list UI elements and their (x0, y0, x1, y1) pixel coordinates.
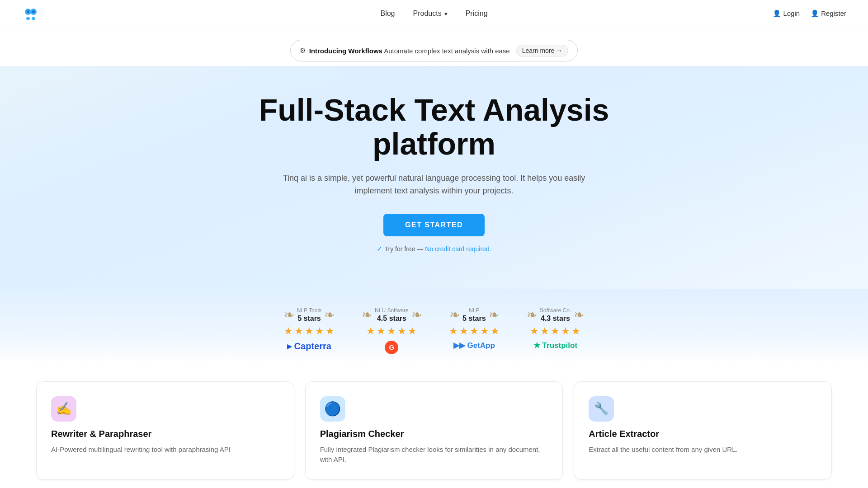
person-icon: 👤 (773, 9, 781, 18)
nav-blog[interactable]: Blog (380, 9, 395, 18)
banner-desc: Automate complex text analysis with ease (384, 47, 509, 55)
star-row: ★★★★★ (530, 325, 580, 337)
g2-logo: G (385, 341, 398, 354)
rating-badge: ❧ Software Co. 4.3 stars ❧ (527, 307, 584, 323)
star-row: ★★★★★ (284, 325, 335, 337)
announcement-banner: ⚙ Introducing Workflows Automate complex… (0, 27, 868, 66)
product-icon-article-extractor: 🔧 (589, 396, 614, 422)
trustpilot-logo: ★ Trustpilot (533, 341, 577, 350)
hero-section: Full-Stack Text Analysis platform Tinq a… (0, 66, 868, 289)
rating-category: Software Co. (540, 307, 571, 314)
product-description-article-extractor: Extract all the useful content from any … (589, 445, 817, 455)
login-link[interactable]: 👤 Login (773, 9, 800, 18)
rating-stars-text: 5 stars (462, 314, 486, 323)
platform-logo: ▶▶ GetApp (453, 341, 495, 350)
no-credit-card-link[interactable]: No credit card required. (425, 245, 491, 253)
product-description-plagiarism: Fully integrated Plagiarism checker look… (320, 445, 548, 465)
product-name-article-extractor: Article Extractor (589, 429, 817, 439)
laurel-left-icon: ❧ (284, 307, 294, 322)
checkmark-icon: ✓ (377, 244, 382, 253)
laurel-left-icon: ❧ (362, 307, 372, 322)
products-section: ✍️ Rewriter & Paraphraser AI-Powered mul… (0, 363, 868, 488)
learn-more-button[interactable]: Learn more → (516, 45, 569, 56)
laurel-right-icon: ❧ (324, 307, 335, 322)
getapp-logo: ▶▶ GetApp (453, 341, 495, 350)
product-name-rewriter: Rewriter & Paraphraser (51, 429, 279, 439)
get-started-button[interactable]: GET STARTED (383, 214, 485, 236)
svg-rect-5 (32, 17, 35, 20)
rating-badge: ❧ NLU Software 4.5 stars ❧ (362, 307, 422, 323)
register-link[interactable]: 👤 Register (811, 9, 846, 18)
rating-category: NLP (469, 307, 479, 314)
rating-block-software-co: ❧ Software Co. 4.3 stars ❧ ★★★★★ ★ Trust… (527, 307, 584, 354)
laurel-left-icon: ❧ (449, 307, 460, 322)
product-card-article-extractor[interactable]: 🔧 Article Extractor Extract all the usef… (574, 381, 832, 480)
platform-logo: ★ Trustpilot (533, 341, 577, 350)
logo[interactable] (22, 5, 40, 23)
svg-rect-4 (26, 17, 30, 20)
rating-badge: ❧ NLP 5 stars ❧ (449, 307, 499, 323)
rating-block-nlp: ❧ NLP 5 stars ❧ ★★★★★ ▶▶ GetApp (449, 307, 500, 354)
product-card-rewriter[interactable]: ✍️ Rewriter & Paraphraser AI-Powered mul… (36, 381, 294, 480)
banner-bold: Introducing Workflows (309, 47, 382, 55)
product-name-plagiarism: Plagiarism Checker (320, 429, 548, 439)
products-grid: ✍️ Rewriter & Paraphraser AI-Powered mul… (36, 381, 832, 488)
nav-pricing[interactable]: Pricing (466, 9, 488, 18)
rating-badge: ❧ NLP Tools 5 stars ❧ (284, 307, 335, 323)
arrow-icon: → (556, 47, 562, 54)
rating-stars-text: 4.5 stars (377, 314, 406, 323)
rating-category: NLU Software (375, 307, 409, 314)
rating-stars-text: 5 stars (297, 314, 321, 323)
banner-pill[interactable]: ⚙ Introducing Workflows Automate complex… (290, 40, 578, 61)
ratings-section: ❧ NLP Tools 5 stars ❧ ★★★★★ ▸ Capterra ❧… (0, 289, 868, 363)
rating-block-nlu-software: ❧ NLU Software 4.5 stars ❧ ★★★★★ G (362, 307, 422, 354)
star-row: ★★★★★ (449, 325, 500, 337)
svg-point-3 (32, 10, 35, 13)
svg-point-2 (27, 10, 29, 13)
product-icon-plagiarism: 🔵 (320, 396, 345, 422)
hero-title: Full-Stack Text Analysis platform (231, 93, 637, 161)
laurel-right-icon: ❧ (489, 307, 499, 322)
nav-products[interactable]: Products (413, 9, 447, 18)
product-card-plagiarism[interactable]: 🔵 Plagiarism Checker Fully integrated Pl… (305, 381, 563, 480)
hero-subtitle: Tinq ai is a simple, yet powerful natura… (280, 172, 588, 198)
rating-category: NLP Tools (297, 307, 321, 314)
capterra-logo: ▸ Capterra (287, 341, 331, 352)
platform-logo: ▸ Capterra (287, 341, 331, 352)
laurel-right-icon: ❧ (574, 307, 584, 322)
hero-try-text: ✓ Try for free — No credit card required… (18, 244, 850, 253)
laurel-left-icon: ❧ (527, 307, 537, 322)
person-add-icon: 👤 (811, 9, 819, 18)
navbar: Blog Products Pricing 👤 Login 👤 Register (0, 0, 868, 27)
nav-auth: 👤 Login 👤 Register (773, 9, 846, 18)
rating-block-nlp-tools: ❧ NLP Tools 5 stars ❧ ★★★★★ ▸ Capterra (284, 307, 335, 354)
platform-logo: G (385, 341, 398, 354)
nav-links: Blog Products Pricing (380, 9, 487, 18)
star-row: ★★★★★ (366, 325, 417, 337)
rating-stars-text: 4.3 stars (541, 314, 570, 323)
products-dropdown-chevron (443, 9, 448, 18)
laurel-right-icon: ❧ (411, 307, 422, 322)
workflow-icon: ⚙ (300, 47, 306, 55)
product-icon-rewriter: ✍️ (51, 396, 76, 422)
product-description-rewriter: AI-Powered multilingual rewriting tool w… (51, 445, 279, 455)
